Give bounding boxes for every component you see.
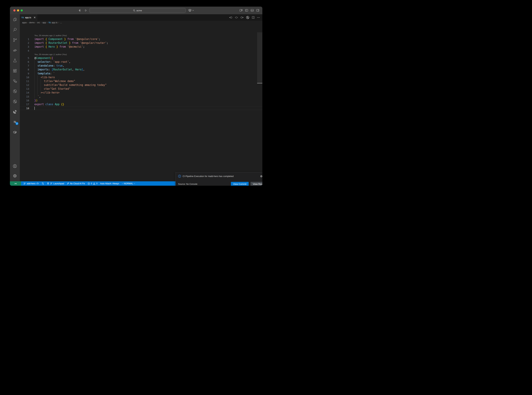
activity-bar: N› 2 bbox=[10, 14, 20, 181]
more-actions-icon[interactable] bbox=[257, 16, 260, 19]
close-tab-icon[interactable] bbox=[34, 16, 36, 18]
overview-ruler-marker bbox=[257, 83, 262, 83]
chevron-right-icon: › bbox=[35, 21, 36, 24]
line-number: 8 bbox=[20, 68, 29, 71]
close-window-button[interactable] bbox=[13, 9, 16, 11]
git-branch-icon bbox=[50, 182, 53, 185]
split-editor-icon[interactable] bbox=[252, 16, 255, 19]
view-results-button[interactable]: View Results bbox=[251, 182, 262, 186]
code-line: 17export class App {} bbox=[20, 102, 262, 106]
sidebar-item-commit-graph[interactable] bbox=[10, 86, 20, 96]
blame-annotation[interactable]: You, 26 minutes ago | 1 author (You) bbox=[20, 53, 262, 56]
prev-change-icon[interactable] bbox=[229, 16, 232, 19]
notification-toast: CI Pipeline Execution for #add-hero has … bbox=[176, 172, 262, 186]
status-branch[interactable]: add-hero bbox=[23, 182, 39, 185]
settings-button[interactable] bbox=[10, 171, 20, 181]
line-number: 7 bbox=[20, 64, 29, 68]
code-line: 2import { RouterOutlet } from '@angular/… bbox=[20, 41, 262, 45]
code-line: 13 cta="Get Started" bbox=[20, 87, 262, 91]
indent-guide bbox=[38, 76, 38, 95]
vscode-window: acme bbox=[10, 7, 262, 186]
code-line: 9 template: ` bbox=[20, 72, 262, 76]
copilot-menu-button[interactable] bbox=[188, 9, 194, 12]
sidebar-item-containers[interactable] bbox=[10, 127, 20, 137]
editor-area: TS app.ts apps › demo bbox=[20, 14, 262, 181]
indent-guide bbox=[41, 79, 41, 91]
code-line: 18 bbox=[20, 106, 262, 110]
chevron-down-icon bbox=[192, 10, 194, 11]
notification-title: CI Pipeline Execution for #add-hero has … bbox=[183, 175, 258, 177]
line-number: 2 bbox=[20, 41, 29, 45]
publish-cloud-icon bbox=[36, 182, 39, 185]
sidebar-item-nx-console[interactable]: N› 2 bbox=[10, 117, 20, 127]
commit-graph-icon[interactable] bbox=[246, 16, 249, 19]
rocket-icon bbox=[47, 182, 49, 185]
line-number: 16 bbox=[20, 99, 29, 102]
code-line: 3import { Hero } from '@acme/ui'; bbox=[20, 45, 262, 49]
breadcrumb-item[interactable]: app.ts bbox=[52, 21, 58, 24]
customize-layout-icon[interactable] bbox=[240, 9, 242, 12]
toggle-secondary-sidebar-icon[interactable] bbox=[256, 9, 259, 12]
breadcrumb-item[interactable]: app bbox=[42, 21, 46, 24]
search-icon bbox=[133, 9, 135, 12]
sidebar-item-commit-graph-search[interactable] bbox=[10, 96, 20, 107]
line-number: 10 bbox=[20, 76, 29, 79]
sidebar-item-source-control[interactable] bbox=[10, 35, 20, 45]
navigate-forward-button[interactable] bbox=[84, 9, 87, 12]
toggle-primary-sidebar-icon[interactable] bbox=[245, 9, 248, 12]
status-commit-graph[interactable] bbox=[42, 182, 44, 185]
remote-indicator[interactable]: >< bbox=[10, 181, 21, 186]
status-nx-cloud-fix[interactable]: Nx Cloud AI Fix bbox=[67, 182, 85, 185]
line-number: 1 bbox=[20, 37, 29, 41]
tab-app-ts[interactable]: TS app.ts bbox=[20, 14, 37, 21]
wrench-icon bbox=[67, 182, 69, 185]
status-auto-attach[interactable]: Auto Attach: Always bbox=[100, 182, 119, 185]
error-icon bbox=[88, 182, 90, 185]
minimize-window-button[interactable] bbox=[17, 9, 19, 11]
code-line: 6 selector: 'app-root', bbox=[20, 60, 262, 64]
status-launchpad[interactable]: Launchpad bbox=[47, 182, 64, 185]
line-number: 12 bbox=[20, 83, 29, 87]
code-line: 12 subtitle="Build something amazing tod… bbox=[20, 83, 262, 87]
navigate-back-button[interactable] bbox=[78, 9, 81, 12]
code-line: 4 bbox=[20, 49, 262, 53]
account-button[interactable] bbox=[10, 161, 20, 171]
breadcrumb-item[interactable]: src bbox=[37, 21, 40, 24]
breadcrumb: apps › demo › src › app › TS app.ts › … bbox=[20, 21, 262, 25]
code-editor[interactable]: You, 26 minutes ago | 1 author (You)1imp… bbox=[20, 32, 262, 181]
command-center-search[interactable]: acme bbox=[90, 8, 186, 13]
sidebar-item-search[interactable] bbox=[10, 25, 20, 35]
nx-badge: 2 bbox=[16, 122, 18, 125]
sidebar-item-explorer[interactable] bbox=[10, 14, 20, 25]
line-number: 15 bbox=[20, 95, 29, 99]
editor-scrollbar[interactable] bbox=[257, 32, 262, 83]
run-debug-icon bbox=[13, 48, 17, 53]
text-cursor bbox=[34, 107, 35, 110]
line-number: 17 bbox=[20, 102, 29, 106]
next-change-icon[interactable] bbox=[240, 16, 244, 19]
notification-settings-gear-icon[interactable] bbox=[260, 175, 262, 178]
sidebar-item-testing[interactable] bbox=[10, 55, 20, 66]
changes-icon[interactable] bbox=[235, 16, 238, 19]
toggle-panel-icon[interactable] bbox=[251, 9, 254, 12]
breadcrumb-item[interactable]: apps bbox=[22, 21, 27, 24]
copilot-icon bbox=[188, 9, 192, 12]
breadcrumb-item[interactable]: … bbox=[60, 21, 62, 24]
chevron-right-icon: › bbox=[41, 21, 42, 24]
sidebar-item-project-graph[interactable] bbox=[10, 76, 20, 86]
sidebar-item-console-ninja[interactable] bbox=[10, 107, 20, 117]
search-value: acme bbox=[136, 9, 142, 12]
line-number: 11 bbox=[20, 79, 29, 83]
breadcrumb-item[interactable]: demo bbox=[29, 21, 35, 24]
sidebar-item-run-debug[interactable] bbox=[10, 45, 20, 55]
account-icon bbox=[12, 164, 17, 169]
zoom-window-button[interactable] bbox=[21, 9, 23, 11]
view-commit-button[interactable]: View Commit bbox=[231, 182, 249, 186]
chevron-right-icon: › bbox=[58, 21, 59, 24]
code-line: 15 `, bbox=[20, 95, 262, 99]
blame-annotation[interactable]: You, 26 minutes ago | 1 author (You) bbox=[20, 34, 262, 37]
status-problems[interactable]: 0 0 bbox=[88, 182, 97, 185]
tab-label: app.ts bbox=[25, 16, 31, 19]
status-vim-mode[interactable]: -- NORMAL -- bbox=[122, 182, 135, 185]
sidebar-item-extensions[interactable] bbox=[10, 66, 20, 76]
